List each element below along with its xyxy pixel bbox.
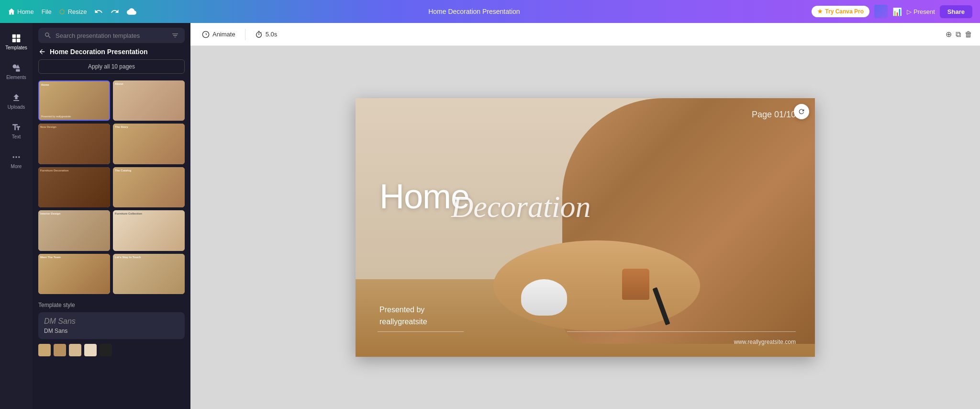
template-thumb-3[interactable]: New Design (38, 124, 110, 164)
svg-point-7 (13, 156, 14, 158)
delete-page-icon[interactable]: 🗑 (965, 30, 972, 39)
duplicate-page-icon[interactable]: ⧉ (956, 30, 961, 39)
template-thumb-6[interactable]: The Catalog (113, 167, 185, 207)
file-nav-button[interactable]: File (42, 8, 52, 15)
template-thumb-4[interactable]: The Story (113, 124, 185, 164)
document-title: Home Decoration Presentation (428, 8, 520, 15)
teapot-decoration (521, 279, 567, 316)
animate-button[interactable]: Animate (198, 29, 239, 40)
template-style-label: Template style (38, 302, 185, 308)
duration-button[interactable]: 5.0s (251, 29, 281, 40)
font-preview: DM Sans (44, 317, 179, 326)
undo-button[interactable] (94, 7, 103, 16)
svg-point-9 (18, 156, 20, 158)
svg-point-4 (13, 64, 17, 68)
toolbar-right: ⊕ ⧉ 🗑 (946, 30, 972, 39)
slide-refresh-button[interactable] (794, 104, 809, 119)
topbar-right: ★ Try Canva Pro 📊 ▷ Present Share (812, 5, 972, 18)
svg-rect-1 (17, 34, 21, 38)
search-input[interactable] (56, 32, 167, 39)
svg-rect-2 (12, 38, 16, 42)
template-thumb-8[interactable]: Furniture Collection (113, 210, 185, 250)
template-thumb-10[interactable]: Let's Stay In Touch (113, 254, 185, 294)
analytics-icon[interactable]: 📊 (892, 7, 902, 16)
font-name: DM Sans (44, 328, 179, 334)
slide-website: www.reallygreatsite.com (734, 339, 796, 345)
template-name: Home Decoration Presentation (50, 48, 148, 56)
resize-nav-button[interactable]: ⬡ Resize (59, 8, 87, 15)
color-swatch-2[interactable] (54, 344, 66, 356)
color-swatch-5[interactable] (100, 344, 112, 356)
template-thumb-2[interactable]: About (113, 80, 185, 121)
filter-icon[interactable] (171, 32, 179, 39)
color-swatch-1[interactable] (38, 344, 51, 356)
search-bar (38, 28, 185, 43)
color-swatches (38, 344, 185, 356)
slide-title-deco: Decoration (451, 189, 591, 225)
add-page-icon[interactable]: ⊕ (946, 30, 952, 39)
mug-decoration (622, 269, 650, 300)
slide-container: Page 01/10 Home Decoration Presented by … (356, 98, 815, 357)
style-preview: DM Sans DM Sans (38, 312, 185, 339)
topbar: Home File ⬡ Resize Home Decoration Prese… (0, 0, 980, 23)
sidebar-item-templates[interactable]: Templates (0, 27, 33, 57)
toolbar-divider (245, 29, 245, 40)
svg-rect-6 (16, 69, 20, 71)
sidebar-elements-label: Elements (6, 75, 26, 80)
slide-divider-right (567, 331, 796, 332)
search-icon (44, 32, 52, 39)
template-thumb-9[interactable]: Meet The Team (38, 254, 110, 294)
slide-presented-by: Presented by reallygreatsite (379, 304, 427, 328)
slide-page-number: Page 01/10 (752, 110, 796, 120)
slide-divider-left (378, 331, 464, 332)
sidebar-item-uploads[interactable]: Uploads (0, 86, 33, 116)
sidebar-item-elements[interactable]: Elements (0, 57, 33, 86)
svg-point-8 (15, 156, 17, 158)
template-thumb-7[interactable]: Interior Design (38, 210, 110, 250)
present-button[interactable]: ▷ Present (907, 8, 935, 15)
color-swatch-4[interactable] (84, 344, 97, 356)
canvas-area: Animate 5.0s ⊕ ⧉ 🗑 (190, 23, 980, 409)
home-nav-button[interactable]: Home (8, 8, 34, 15)
table-decoration (493, 240, 700, 331)
topbar-left: Home File ⬡ Resize (8, 7, 136, 16)
sidebar-uploads-label: Uploads (8, 104, 25, 110)
template-thumb-5[interactable]: Furniture Decoration (38, 167, 110, 207)
redo-button[interactable] (111, 7, 119, 16)
user-avatar (874, 5, 888, 18)
canvas-toolbar: Animate 5.0s ⊕ ⧉ 🗑 (190, 23, 980, 46)
templates-panel: Home Decoration Presentation Apply all 1… (33, 23, 190, 409)
color-swatch-3[interactable] (69, 344, 81, 356)
share-button[interactable]: Share (940, 5, 972, 18)
back-navigation[interactable]: Home Decoration Presentation (38, 48, 185, 56)
svg-rect-0 (12, 34, 16, 38)
sidebar-more-label: More (11, 164, 22, 169)
slide-background: Page 01/10 Home Decoration Presented by … (356, 98, 815, 357)
sidebar-item-text[interactable]: Text (0, 116, 33, 146)
topbar-center: Home Decoration Presentation (142, 8, 806, 15)
template-thumb-1[interactable]: Home Presented by reallygreatsite (38, 80, 110, 121)
cloud-save-icon (127, 7, 136, 16)
sidebar: Templates Elements Uploads Text More (0, 23, 33, 409)
template-grid: Home Presented by reallygreatsite About … (38, 80, 185, 294)
try-pro-button[interactable]: ★ Try Canva Pro (812, 6, 869, 17)
svg-rect-3 (17, 38, 21, 42)
main-canvas[interactable]: Page 01/10 Home Decoration Presented by … (190, 46, 980, 409)
sidebar-item-more[interactable]: More (0, 146, 33, 175)
apply-all-button[interactable]: Apply all 10 pages (38, 59, 185, 74)
sidebar-templates-label: Templates (5, 45, 27, 50)
sidebar-text-label: Text (12, 134, 21, 139)
